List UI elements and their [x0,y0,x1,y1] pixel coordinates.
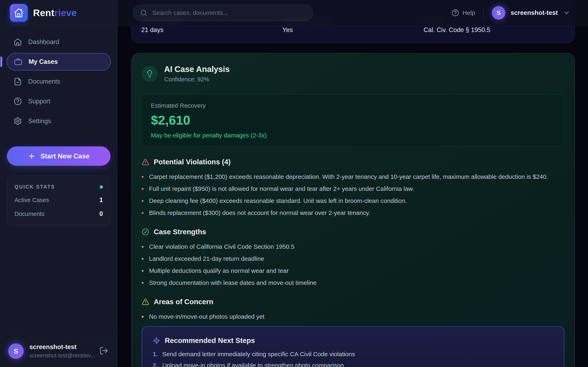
list-item: No move-in/move-out photos uploaded yet [142,313,564,320]
logout-button[interactable] [99,346,108,356]
recovery-note: May be eligible for penalty damages (2-3… [151,132,555,139]
recovery-label: Estimated Recovery [151,102,555,109]
ai-analysis-title: AI Case Analysis [164,65,230,74]
brand-name-left: Rent [33,8,54,18]
step-item: 2. Upload move-in photos if available to… [153,362,553,367]
list-item-text: Multiple deductions qualify as normal we… [149,267,289,274]
list-item: Full unit repaint ($950) is not allowed … [142,185,564,192]
bullet-dot [142,316,144,318]
field-value: Yes [282,26,424,34]
stat-label: Active Cases [15,197,49,203]
sidebar: Rentrieve Dashboard My Cases Documen [0,0,118,367]
help-label: Help [462,9,475,16]
sidebar-item-support[interactable]: Support [7,92,111,110]
strengths-list: Clear violation of California Civil Code… [142,243,564,286]
sidebar-item-dashboard[interactable]: Dashboard [7,33,111,51]
quick-stats-title: QUICK STATS [15,184,55,190]
logout-icon [99,346,108,355]
list-item-text: Carpet replacement ($1,200) exceeds reas… [149,173,548,180]
bullet-dot [142,176,144,178]
strengths-section: Case Strengths Clear violation of Califo… [142,228,564,286]
avatar: S [492,6,505,20]
bullet-dot [142,200,144,202]
avatar: S [8,343,24,359]
user-menu[interactable]: S screenshot-test [492,6,570,20]
stat-label: Documents [15,211,44,217]
home-icon [13,38,22,46]
document-icon [13,77,22,86]
sidebar-item-documents[interactable]: Documents [7,73,111,90]
ai-confidence: Confidence: 92% [164,76,230,83]
question-circle-icon [451,9,459,17]
search-bar[interactable] [133,4,313,21]
sidebar-item-my-cases[interactable]: My Cases [7,53,111,71]
plus-icon [28,152,35,160]
status-dot [100,185,103,189]
violations-title: Potential Violations (4) [154,158,231,166]
ai-analysis-header: AI Case Analysis Confidence: 92% [142,65,564,83]
strengths-header: Case Strengths [142,228,564,236]
sidebar-item-label: Documents [28,78,60,85]
quick-stats-header: QUICK STATS [15,184,103,190]
house-logo-icon [10,4,28,22]
lightbulb-icon [142,66,158,82]
sidebar-item-label: Dashboard [28,38,59,46]
lightning-bolt-icon [153,337,160,344]
concerns-header: Areas of Concern [142,298,564,306]
violations-list: Carpet replacement ($1,200) exceeds reas… [142,173,564,216]
brand-name-right: rieve [54,8,77,18]
next-steps-panel: Recommended Next Steps 1. Send demand le… [142,326,564,367]
warning-triangle-icon [142,298,149,306]
list-item: Blinds replacement ($300) does not accou… [142,209,564,216]
sidebar-item-settings[interactable]: Settings [7,112,111,130]
help-button[interactable]: Help [451,9,475,17]
check-circle-icon [142,228,149,236]
list-item-text: Full unit repaint ($950) is not allowed … [149,185,414,192]
sidebar-spacer [0,226,117,336]
concerns-title: Areas of Concern [154,298,213,306]
sidebar-user-texts: screenshot-test screenshot-test@rentriev… [29,343,94,359]
sidebar-user-panel: S screenshot-test screenshot-test@rentri… [0,336,117,367]
sidebar-user-email: screenshot-test@rentriev... [29,352,94,359]
user-menu-name: screenshot-test [511,9,558,17]
stat-value: 0 [99,210,103,217]
recovery-amount: $2,610 [151,113,555,127]
step-number: 2. [153,362,158,367]
gear-icon [13,117,22,125]
list-item: Deep cleaning fee ($400) exceeds reasona… [142,197,564,204]
concerns-section: Areas of Concern No move-in/move-out pho… [142,298,564,320]
bullet-dot [142,212,144,214]
field-value: Cal. Civ. Code § 1950.5 [424,26,565,34]
list-item: Multiple deductions qualify as normal we… [142,267,564,274]
sidebar-item-label: My Cases [29,58,58,66]
list-item: Landlord exceeded 21-day return deadline [142,255,564,262]
brand-name: Rentrieve [33,7,77,18]
list-item-text: Strong documentation with lease dates an… [149,279,316,286]
stats-row-active-cases: Active Cases 1 [15,196,103,204]
strengths-title: Case Strengths [154,228,206,236]
list-item-text: Deep cleaning fee ($400) exceeds reasona… [149,197,407,204]
bullet-dot [142,246,144,248]
step-number: 1. [153,351,158,358]
bullet-dot [142,282,144,284]
sidebar-user-name: screenshot-test [29,343,94,351]
concerns-list: No move-in/move-out photos uploaded yet [142,313,564,320]
list-item: Clear violation of California Civil Code… [142,243,564,250]
ai-analysis-card: AI Case Analysis Confidence: 92% Estimat… [131,53,575,367]
app-window: Rentrieve Dashboard My Cases Documen [0,0,588,367]
topbar-right: Help S screenshot-test [451,6,570,20]
bullet-dot [142,270,144,272]
warning-triangle-icon [142,158,149,166]
field-value: 21 days [141,26,282,34]
list-item-text: Clear violation of California Civil Code… [149,243,294,250]
search-input[interactable] [152,9,306,16]
bullet-dot [142,258,144,260]
help-circle-icon [13,97,22,106]
topbar: Help S screenshot-test [118,0,588,26]
list-item: Strong documentation with lease dates an… [142,279,564,286]
search-icon [140,9,147,17]
step-text: Upload move-in photos if available to st… [162,362,344,367]
brand-logo: Rentrieve [0,0,117,26]
start-new-case-button[interactable]: Start New Case [7,146,111,166]
sidebar-nav: Dashboard My Cases Documents Support [0,26,117,132]
